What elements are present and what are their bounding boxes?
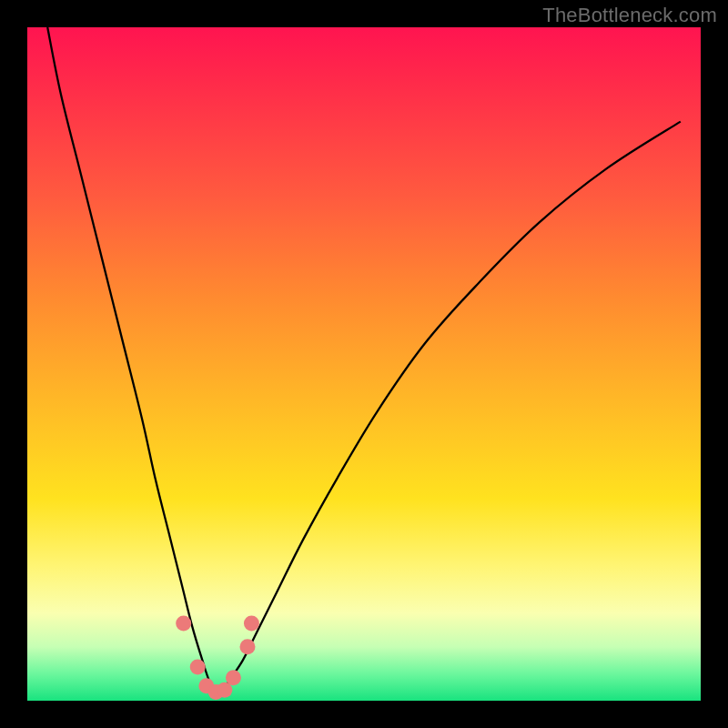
curve-marker xyxy=(226,670,241,685)
watermark-text: TheBottleneck.com xyxy=(542,4,717,27)
curve-marker xyxy=(244,615,259,631)
curve-markers xyxy=(176,615,259,699)
curve-marker xyxy=(190,660,206,675)
curve-svg xyxy=(27,27,701,701)
plot-area xyxy=(27,27,701,701)
chart-frame: TheBottleneck.com xyxy=(0,0,728,728)
curve-marker xyxy=(176,615,191,631)
bottleneck-curve xyxy=(47,27,681,693)
curve-marker xyxy=(239,639,255,654)
